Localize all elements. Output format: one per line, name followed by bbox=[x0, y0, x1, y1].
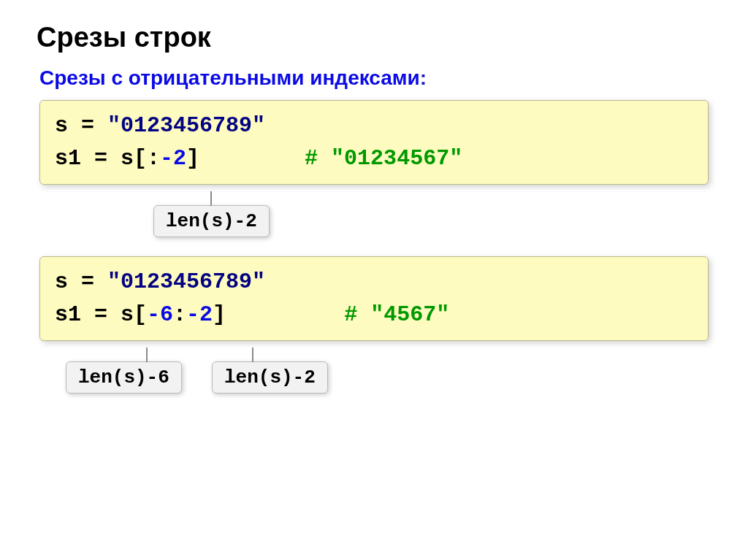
comment-text: "01234567" bbox=[318, 146, 462, 171]
connector-line bbox=[210, 191, 212, 206]
negative-index: -6 bbox=[147, 302, 173, 327]
code-block-2: s = "0123456789" s1 = s[-6:-2] # "4567" bbox=[39, 256, 709, 341]
callout-row-1: len(s)-2 bbox=[37, 192, 711, 243]
string-literal: "0123456789" bbox=[107, 113, 265, 138]
code-text: s = bbox=[55, 113, 107, 138]
comment-text: "4567" bbox=[357, 302, 449, 327]
callout-text: len(s)-6 bbox=[78, 367, 169, 388]
slide: Срезы строк Срезы с отрицательными индек… bbox=[0, 0, 748, 434]
callout-len-minus-6: len(s)-6 bbox=[66, 361, 182, 394]
comment-hash: # bbox=[344, 302, 357, 327]
code-text: ] bbox=[213, 302, 226, 327]
code-text: s1 = s[ bbox=[55, 302, 147, 327]
callout-len-minus-2: len(s)-2 bbox=[153, 205, 270, 237]
callout-row-2: len(s)-6 len(s)-2 bbox=[37, 348, 711, 399]
code-line: s = "0123456789" bbox=[55, 110, 693, 142]
connector-line bbox=[146, 348, 148, 362]
callout-len-minus-2: len(s)-2 bbox=[212, 361, 328, 394]
negative-index: -2 bbox=[160, 146, 186, 171]
code-line: s = "0123456789" bbox=[55, 266, 693, 299]
code-text: : bbox=[173, 302, 186, 327]
code-text: s = bbox=[55, 269, 107, 294]
code-pad bbox=[226, 302, 344, 327]
subtitle: Срезы с отрицательными индексами: bbox=[39, 66, 711, 90]
callout-text: len(s)-2 bbox=[224, 367, 316, 388]
code-text: ] bbox=[186, 146, 199, 171]
code-pad bbox=[199, 146, 305, 171]
code-line: s1 = s[-6:-2] # "4567" bbox=[55, 299, 693, 331]
code-line: s1 = s[:-2] # "01234567" bbox=[55, 142, 693, 175]
callout-text: len(s)-2 bbox=[166, 210, 257, 232]
negative-index: -2 bbox=[186, 302, 213, 327]
code-text: s1 = s[: bbox=[55, 146, 160, 171]
subtitle-text: Срезы с отрицательными индексами bbox=[39, 66, 420, 89]
code-block-1: s = "0123456789" s1 = s[:-2] # "01234567… bbox=[39, 100, 709, 185]
comment-hash: # bbox=[305, 146, 318, 171]
connector-line bbox=[252, 348, 253, 362]
subtitle-colon: : bbox=[420, 66, 427, 89]
string-literal: "0123456789" bbox=[107, 269, 265, 294]
page-title: Срезы строк bbox=[37, 22, 711, 53]
